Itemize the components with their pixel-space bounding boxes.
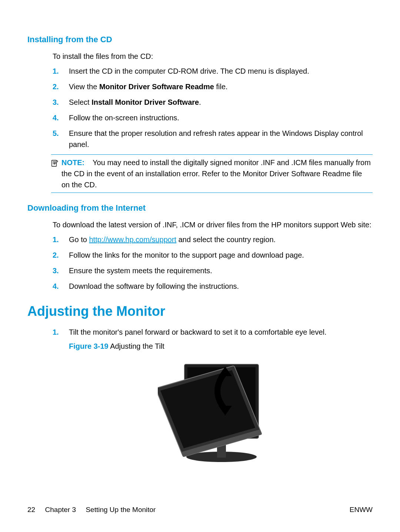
step-text: Follow the links for the monitor to the … xyxy=(69,251,304,259)
chapter-label: Chapter 3 xyxy=(45,506,76,513)
step-number: 2. xyxy=(53,81,59,92)
steps-list-2: 1. Go to http://www.hp.com/support and s… xyxy=(53,234,373,292)
list-item: 1. Tilt the monitor's panel forward or b… xyxy=(53,327,373,465)
support-link[interactable]: http://www.hp.com/support xyxy=(89,235,176,244)
list-item: 4. Download the software by following th… xyxy=(53,281,373,292)
intro-para-1: To install the files from the CD: xyxy=(53,51,373,62)
step-text: Download the software by following the i… xyxy=(69,282,239,290)
heading-adjusting-monitor: Adjusting the Monitor xyxy=(27,301,373,321)
step-number: 3. xyxy=(53,97,59,108)
list-item: 5. Ensure that the proper resolution and… xyxy=(53,128,373,150)
step-number: 1. xyxy=(53,234,59,245)
monitor-tilt-figure xyxy=(158,354,284,465)
step-number: 5. xyxy=(53,128,59,139)
list-item: 1. Insert the CD in the computer CD-ROM … xyxy=(53,66,373,77)
heading-installing-from-cd: Installing from the CD xyxy=(27,33,373,46)
step-text: Tilt the monitor's panel forward or back… xyxy=(69,328,327,336)
page-footer: 22 Chapter 3 Setting Up the Monitor ENWW xyxy=(27,505,373,515)
list-item: 4. Follow the on-screen instructions. xyxy=(53,112,373,123)
figure-caption: Figure 3-19 Adjusting the Tilt xyxy=(69,341,373,352)
step-text: Ensure the system meets the requirements… xyxy=(69,267,212,275)
chapter-title: Setting Up the Monitor xyxy=(86,506,156,513)
intro-para-2: To download the latest version of .INF, … xyxy=(53,219,373,230)
step-number: 3. xyxy=(53,265,59,276)
footer-right: ENWW xyxy=(350,505,373,515)
note-label: NOTE: xyxy=(61,158,84,167)
step-text: Select Install Monitor Driver Software. xyxy=(69,98,201,106)
steps-list-3: 1. Tilt the monitor's panel forward or b… xyxy=(53,327,373,465)
page-number: 22 xyxy=(27,506,35,513)
step-number: 1. xyxy=(53,327,59,338)
step-number: 2. xyxy=(53,250,59,261)
note-box: NOTE: You may need to install the digita… xyxy=(51,154,373,193)
list-item: 3. Ensure the system meets the requireme… xyxy=(53,265,373,276)
step-text: Insert the CD in the computer CD-ROM dri… xyxy=(69,67,309,75)
list-item: 3. Select Install Monitor Driver Softwar… xyxy=(53,97,373,108)
step-text: Ensure that the proper resolution and re… xyxy=(69,129,363,148)
list-item: 2. View the Monitor Driver Software Read… xyxy=(53,81,373,92)
step-text: Go to http://www.hp.com/support and sele… xyxy=(69,235,276,244)
list-item: 1. Go to http://www.hp.com/support and s… xyxy=(53,234,373,245)
step-text: View the Monitor Driver Software Readme … xyxy=(69,83,228,91)
step-text: Follow the on-screen instructions. xyxy=(69,114,179,122)
list-item: 2. Follow the links for the monitor to t… xyxy=(53,250,373,261)
step-number: 4. xyxy=(53,281,59,292)
step-number: 1. xyxy=(53,66,59,77)
heading-downloading-from-internet: Downloading from the Internet xyxy=(27,202,373,214)
steps-list-1: 1. Insert the CD in the computer CD-ROM … xyxy=(53,66,373,150)
note-text: You may need to install the digitally si… xyxy=(61,158,371,189)
note-icon xyxy=(50,159,59,167)
step-number: 4. xyxy=(53,112,59,123)
